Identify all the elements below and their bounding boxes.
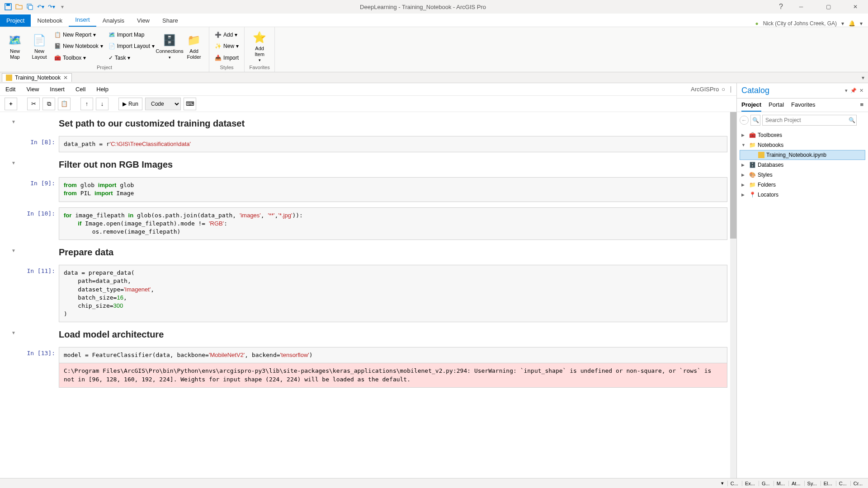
user-name[interactable]: Nick (City of Johns Creek, GA): [763, 20, 837, 27]
heading[interactable]: Set path to our customized training data…: [59, 117, 727, 131]
styles-add-button[interactable]: ➕Add▾: [213, 30, 241, 40]
notification-icon[interactable]: 🔔: [849, 20, 855, 27]
catalog-tab-favorites[interactable]: Favorites: [791, 101, 815, 112]
tab-share[interactable]: Share: [156, 14, 184, 27]
main-area: Edit View Insert Cell Help ArcGISPro○ + …: [0, 83, 868, 478]
menu-view[interactable]: View: [26, 86, 39, 93]
add-item-button[interactable]: ⭐Add Item▾: [248, 29, 271, 64]
document-tab[interactable]: Training_Notebook ✕: [2, 73, 72, 82]
tab-view[interactable]: View: [131, 14, 156, 27]
tab-analysis[interactable]: Analysis: [96, 14, 131, 27]
styles-new-button[interactable]: ✨New▾: [213, 41, 241, 51]
cut-button[interactable]: ✂: [27, 98, 40, 110]
code-cell[interactable]: for image_filepath in glob(os.path.join(…: [59, 207, 727, 240]
close-button[interactable]: ✕: [846, 0, 864, 13]
import-map-button[interactable]: 🗺️Import Map: [107, 30, 156, 40]
insert-cell-button[interactable]: +: [5, 98, 17, 110]
catalog-tab-project[interactable]: Project: [741, 101, 761, 112]
catalog-pin-icon[interactable]: 📌: [850, 88, 857, 94]
status-tab[interactable]: C...: [727, 481, 741, 486]
tab-project[interactable]: Project: [0, 14, 31, 27]
add-folder-button[interactable]: 📁Add Folder: [183, 29, 205, 64]
new-report-button[interactable]: 📋New Report▾: [52, 30, 105, 40]
run-button[interactable]: ▶Run: [118, 98, 142, 110]
notebook-body[interactable]: ▼ Set path to our customized training da…: [0, 112, 736, 478]
maximize-button[interactable]: ▢: [819, 0, 837, 13]
new-map-button[interactable]: 🗺️New Map: [4, 29, 26, 64]
tree-item-folders[interactable]: ▶📁Folders: [740, 180, 865, 190]
move-down-button[interactable]: ↓: [96, 98, 108, 110]
search-input[interactable]: [762, 115, 857, 126]
move-up-button[interactable]: ↑: [80, 98, 93, 110]
notification-dropdown-icon[interactable]: ▾: [860, 20, 863, 27]
styles-import-button[interactable]: 📥Import: [213, 53, 241, 63]
keyboard-button[interactable]: ⌨: [184, 98, 196, 110]
import-layout-button[interactable]: 📄Import Layout▾: [107, 41, 156, 51]
status-tab[interactable]: G...: [759, 481, 773, 486]
new-icon: ✨: [215, 43, 222, 49]
cell-type-select[interactable]: Code: [145, 98, 181, 110]
collapse-icon[interactable]: ▼: [11, 119, 16, 131]
tree-item-toolboxes[interactable]: ▶🧰Toolboxes: [740, 130, 865, 140]
collapse-icon[interactable]: ▼: [11, 160, 16, 172]
status-tab[interactable]: El...: [821, 481, 835, 486]
status-tab[interactable]: M...: [774, 481, 788, 486]
code-cell[interactable]: from glob import glob from PIL import Im…: [59, 177, 727, 202]
open-icon[interactable]: [14, 2, 24, 11]
tree-item-locators[interactable]: ▶📍Locators: [740, 190, 865, 200]
catalog-close-icon[interactable]: ✕: [859, 88, 863, 94]
menu-icon[interactable]: ≡: [860, 101, 863, 112]
close-tab-icon[interactable]: ✕: [63, 75, 68, 81]
back-icon[interactable]: ←: [740, 116, 749, 125]
collapse-icon[interactable]: ▼: [11, 248, 16, 259]
code-cell[interactable]: model = FeatureClassifier(data, backbone…: [59, 347, 727, 363]
search-go-icon[interactable]: 🔍: [849, 117, 855, 123]
status-tab[interactable]: C...: [836, 481, 849, 486]
quick-access-toolbar: ↶▾ ↷▾ ▾: [4, 2, 67, 11]
scrollbar-track[interactable]: [730, 112, 736, 478]
code-cell[interactable]: data = prepare_data( path=data_path, dat…: [59, 265, 727, 322]
tree-item-notebook-file[interactable]: Training_Notebook.ipynb: [740, 150, 865, 160]
catalog-options-icon[interactable]: ▾: [845, 88, 848, 94]
undo-icon[interactable]: ↶▾: [36, 2, 45, 11]
doctabs-dropdown-icon[interactable]: ▾: [862, 75, 868, 81]
copy-icon[interactable]: [25, 2, 34, 11]
copy-button[interactable]: ⧉: [42, 98, 55, 110]
status-tab[interactable]: Cr...: [850, 481, 865, 486]
new-notebook-button[interactable]: 📓New Notebook▾: [52, 41, 105, 51]
menu-help[interactable]: Help: [96, 86, 108, 93]
catalog-title: Catalog: [741, 86, 769, 95]
tab-notebook[interactable]: Notebook: [31, 14, 69, 27]
catalog-tab-portal[interactable]: Portal: [769, 101, 784, 112]
user-lock-icon: ●: [755, 20, 758, 27]
menu-edit[interactable]: Edit: [5, 86, 15, 93]
save-icon[interactable]: [4, 2, 13, 11]
qat-customize-icon[interactable]: ▾: [58, 2, 67, 11]
connections-button[interactable]: 🗄️Connections▾: [158, 29, 181, 64]
new-layout-button[interactable]: 📄New Layout: [28, 29, 51, 64]
menu-insert[interactable]: Insert: [50, 86, 65, 93]
tab-insert[interactable]: Insert: [69, 14, 96, 27]
cell-prompt: In [10]:: [23, 207, 59, 240]
code-cell[interactable]: data_path = r'C:\GIS\TreeClassification\…: [59, 136, 727, 152]
status-tab[interactable]: Ex...: [742, 481, 758, 486]
status-tab[interactable]: At...: [788, 481, 803, 486]
tree-item-styles[interactable]: ▶🎨Styles: [740, 170, 865, 180]
heading[interactable]: Filter out non RGB Images: [59, 158, 727, 172]
user-dropdown-icon[interactable]: ▾: [841, 20, 844, 27]
tree-item-databases[interactable]: ▶🗄️Databases: [740, 160, 865, 170]
menu-cell[interactable]: Cell: [75, 86, 85, 93]
heading[interactable]: Prepare data: [59, 245, 727, 259]
task-button[interactable]: ✓Task▾: [107, 53, 156, 63]
collapse-icon[interactable]: ▼: [11, 330, 16, 342]
redo-icon[interactable]: ↷▾: [47, 2, 56, 11]
heading[interactable]: Load model architecture: [59, 328, 727, 342]
help-icon[interactable]: ?: [779, 3, 783, 11]
tree-item-notebooks[interactable]: ▼📁Notebooks: [740, 140, 865, 150]
scrollbar-thumb[interactable]: [730, 112, 736, 239]
minimize-button[interactable]: ─: [792, 0, 810, 13]
status-tab[interactable]: Sy...: [804, 481, 820, 486]
statusbar-dropdown-icon[interactable]: ▾: [718, 480, 726, 486]
paste-button[interactable]: 📋: [58, 98, 71, 110]
toolbox-button[interactable]: 🧰Toolbox▾: [52, 53, 105, 63]
